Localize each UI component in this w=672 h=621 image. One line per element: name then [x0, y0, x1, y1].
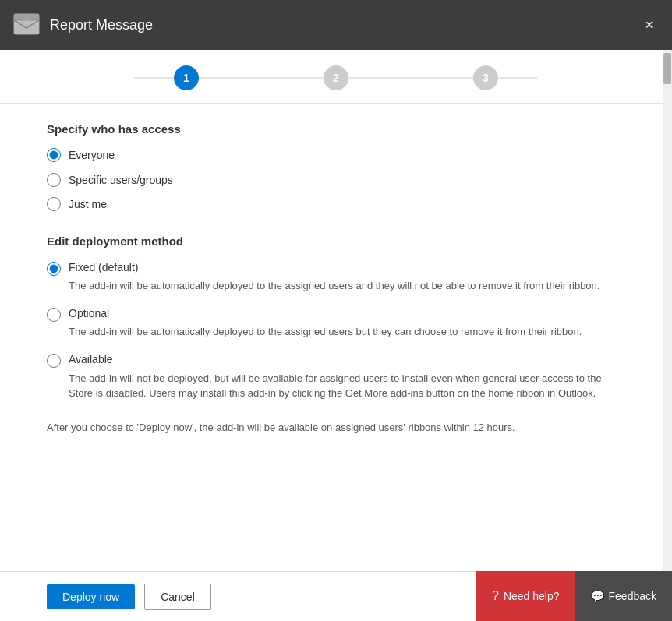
deploy-option-fixed[interactable]: Fixed (default) The add-in will be autom… — [47, 260, 625, 294]
cancel-button[interactable]: Cancel — [144, 584, 211, 610]
footer-note: After you choose to 'Deploy now', the ad… — [47, 420, 625, 436]
dialog-header: Report Message × — [0, 0, 672, 50]
dialog-title: Report Message — [50, 17, 638, 34]
access-label-everyone: Everyone — [69, 148, 115, 164]
deploy-desc-fixed: The add-in will be automatically deploye… — [69, 278, 599, 294]
step-3-circle: 3 — [473, 65, 498, 90]
deploy-label-optional: Optional — [69, 306, 582, 322]
deploy-content-available: Available The add-in will not be deploye… — [69, 352, 625, 401]
close-button[interactable]: × — [638, 15, 660, 35]
deploy-radio-fixed[interactable] — [47, 262, 61, 276]
feedback-label: Feedback — [609, 590, 656, 602]
step-1: 1 — [174, 65, 199, 90]
access-option-everyone[interactable]: Everyone — [47, 148, 625, 164]
help-feedback-bar: ? Need help? 💬 Feedback — [476, 571, 672, 621]
deploy-now-button[interactable]: Deploy now — [47, 584, 135, 609]
deploy-label-available: Available — [69, 352, 625, 368]
scroll-track[interactable] — [663, 50, 672, 571]
deploy-content-optional: Optional The add-in will be automaticall… — [69, 306, 582, 340]
deploy-radio-available[interactable] — [47, 354, 61, 368]
access-radio-everyone[interactable] — [47, 148, 61, 162]
access-option-justme[interactable]: Just me — [47, 197, 625, 213]
feedback-icon: 💬 — [591, 590, 604, 602]
step-1-circle: 1 — [174, 65, 199, 90]
access-section-title: Specify who has access — [47, 122, 625, 136]
feedback-button[interactable]: 💬 Feedback — [575, 571, 672, 621]
deployment-section-title: Edit deployment method — [47, 235, 625, 248]
access-label-justme: Just me — [69, 197, 107, 213]
help-icon: ? — [492, 589, 499, 603]
access-label-specific: Specific users/groups — [69, 173, 173, 189]
report-message-icon — [12, 11, 41, 39]
deploy-desc-available: The add-in will not be deployed, but wil… — [69, 371, 625, 401]
deploy-option-available[interactable]: Available The add-in will not be deploye… — [47, 352, 625, 401]
help-label: Need help? — [504, 590, 560, 602]
access-radio-specific[interactable] — [47, 173, 61, 187]
access-option-specific[interactable]: Specific users/groups — [47, 173, 625, 189]
step-2-circle: 2 — [324, 65, 348, 90]
deploy-desc-optional: The add-in will be automatically deploye… — [69, 324, 582, 340]
scroll-thumb[interactable] — [663, 53, 671, 84]
deploy-radio-optional[interactable] — [47, 308, 61, 322]
access-radio-justme[interactable] — [47, 197, 61, 211]
deployment-radio-group: Fixed (default) The add-in will be autom… — [47, 260, 625, 401]
step-3: 3 — [473, 65, 498, 90]
dialog-body: Specify who has access Everyone Specific… — [0, 104, 672, 571]
access-radio-group: Everyone Specific users/groups Just me — [47, 148, 625, 213]
deploy-label-fixed: Fixed (default) — [69, 260, 599, 276]
deploy-option-optional[interactable]: Optional The add-in will be automaticall… — [47, 306, 625, 340]
stepper-area: 1 2 3 — [0, 50, 672, 104]
deploy-content-fixed: Fixed (default) The add-in will be autom… — [69, 260, 599, 294]
step-2: 2 — [324, 65, 348, 90]
need-help-button[interactable]: ? Need help? — [476, 571, 575, 621]
dialog-container: Report Message × 1 2 3 Specify who has a… — [0, 0, 672, 621]
dialog-footer: Deploy now Cancel ? Need help? 💬 Feedbac… — [0, 571, 672, 621]
